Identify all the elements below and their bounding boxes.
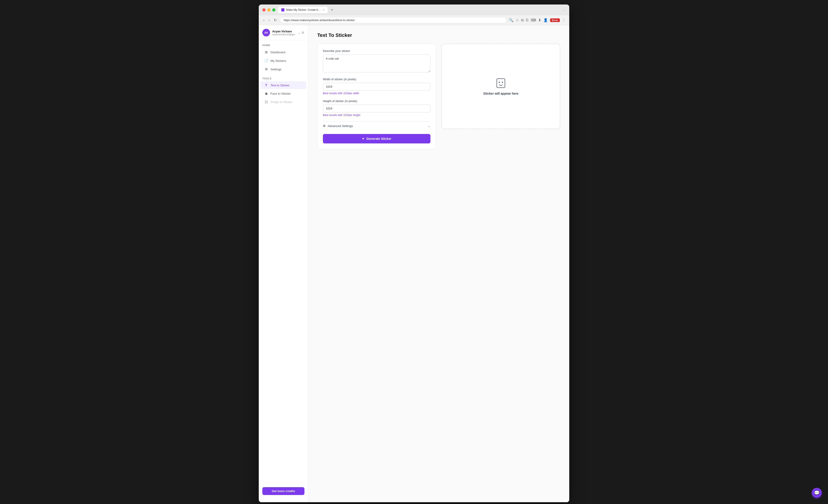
height-input[interactable] [323, 104, 430, 112]
dashboard-icon: ⊞ [264, 50, 268, 54]
menu-icon[interactable]: ⋮ [562, 18, 566, 22]
user-info: Aryan Vichare aryanvichare10@gm [272, 30, 296, 36]
maximize-button[interactable] [272, 8, 276, 11]
text-icon: T [264, 83, 268, 87]
text-to-sticker-label: Text to Sticker [271, 84, 290, 87]
svg-point-1 [499, 82, 500, 83]
advanced-settings-toggle[interactable]: ⚙ Advanced Settings ⌄ [323, 121, 430, 130]
chat-icon: 💬 [814, 490, 820, 496]
error-badge: Error [550, 18, 560, 22]
sidebar-item-dashboard[interactable]: ⊞ Dashboard [260, 48, 306, 56]
describe-group: Describe your sticker A cute cat [323, 49, 430, 73]
address-bar[interactable]: https://www.makemysticker.ai/dashboard/t… [280, 17, 507, 23]
sidebar: AV Aryan Vichare aryanvichare10@gm ⌄ ⚙ H… [259, 25, 308, 502]
main-content: Text To Sticker Describe your sticker A … [308, 25, 569, 502]
image-icon: 🖼 [264, 100, 268, 104]
user-name: Aryan Vichare [272, 30, 296, 33]
avatar-initials: AV [264, 31, 268, 34]
dashboard-label: Dashboard [271, 51, 285, 54]
url-text: https://www.makemysticker.ai/dashboard/t… [284, 18, 355, 22]
settings-label: Settings [271, 68, 282, 71]
settings-nav-icon: ⚙ [264, 67, 268, 71]
advanced-chevron-icon: ⌄ [428, 124, 430, 128]
sidebar-item-text-to-sticker[interactable]: T Text to Sticker [260, 81, 306, 89]
preview-panel: Sticker will appear here [442, 44, 560, 129]
advanced-settings-label: Advanced Settings [328, 124, 353, 128]
browser-tab[interactable]: Make My Sticker: Create be... × [278, 7, 328, 13]
preview-label: Sticker will appear here [483, 92, 519, 95]
settings-user-icon[interactable]: ⚙ [301, 31, 304, 34]
close-button[interactable] [262, 8, 265, 11]
my-stickers-label: My Stickers [271, 59, 286, 62]
width-group: Width of sticker (in pixels) Best result… [323, 78, 430, 95]
svg-rect-0 [497, 79, 505, 88]
chat-button[interactable]: 💬 [812, 488, 822, 498]
extensions-icon[interactable]: ⧉ [521, 18, 524, 22]
user-email: aryanvichare10@gm [272, 33, 296, 36]
sidebar-item-my-stickers[interactable]: 📄 My Stickers [260, 57, 306, 65]
tab-title: Make My Sticker: Create be... [286, 8, 321, 11]
svg-point-2 [502, 82, 503, 83]
height-hint: Best results with 1024px height [323, 113, 430, 117]
expand-icon: ⌄ [564, 8, 566, 11]
minimize-button[interactable] [267, 8, 271, 11]
generate-label: Generate Sticker [366, 137, 391, 140]
back-button[interactable]: ‹ [262, 17, 265, 23]
content-grid: Describe your sticker A cute cat Width o… [317, 44, 560, 149]
generate-button[interactable]: ✦ Generate Sticker [323, 134, 430, 143]
tools-section-label: Tools [259, 74, 308, 81]
sidebar-user: AV Aryan Vichare aryanvichare10@gm ⌄ ⚙ [259, 29, 308, 40]
height-label: Height of sticker (in pixels) [323, 99, 430, 103]
width-label: Width of sticker (in pixels) [323, 78, 430, 81]
sidebar-item-settings[interactable]: ⚙ Settings [260, 65, 306, 73]
home-section-label: Home [259, 40, 308, 48]
tab-close-icon[interactable]: × [323, 8, 325, 12]
download-icon[interactable]: ⬇ [538, 18, 541, 22]
tab-favicon [281, 8, 284, 11]
page-title: Text To Sticker [317, 32, 560, 38]
describe-label: Describe your sticker [323, 49, 430, 53]
google-icon[interactable]: G [526, 18, 529, 22]
form-panel: Describe your sticker A cute cat Width o… [317, 44, 436, 149]
new-tab-button[interactable]: + [329, 8, 335, 12]
describe-input[interactable]: A cute cat [323, 54, 430, 73]
search-icon[interactable]: 🔍 [509, 18, 513, 22]
forward-button[interactable]: › [267, 17, 271, 23]
width-hint: Best results with 1024px width [323, 92, 430, 95]
get-credits-button[interactable]: Get more credits [262, 487, 304, 495]
reload-button[interactable]: ↻ [273, 17, 278, 23]
width-input[interactable] [323, 83, 430, 91]
profile-icon[interactable]: 👤 [543, 18, 548, 22]
sticker-placeholder-icon [495, 77, 507, 89]
my-stickers-icon: 📄 [264, 59, 268, 63]
generate-sparkle-icon: ✦ [362, 137, 365, 140]
sidebar-item-image-to-sticker: 🖼 Image to Sticker [260, 98, 306, 106]
sidebar-item-face-to-sticker[interactable]: ◉ Face to Sticker [260, 89, 306, 98]
user-controls: ⌄ ⚙ [298, 31, 304, 34]
face-icon: ◉ [264, 91, 268, 96]
sidebar-footer: Get more credits [259, 484, 308, 499]
advanced-settings-left: ⚙ Advanced Settings [323, 124, 353, 128]
face-to-sticker-label: Face to Sticker [271, 92, 291, 95]
translate-icon[interactable]: ⌨ [531, 18, 536, 22]
advanced-gear-icon: ⚙ [323, 124, 326, 128]
bookmark-icon[interactable]: ☆ [516, 18, 519, 22]
height-group: Height of sticker (in pixels) Best resul… [323, 99, 430, 117]
chevron-icon[interactable]: ⌄ [298, 31, 301, 34]
avatar: AV [262, 29, 270, 36]
image-to-sticker-label: Image to Sticker [271, 100, 292, 104]
